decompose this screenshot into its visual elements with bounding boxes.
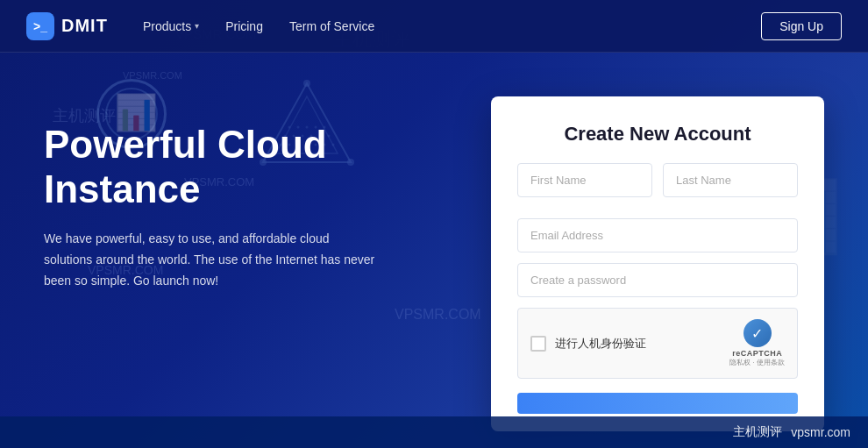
- nav-pricing-label: Pricing: [225, 19, 263, 33]
- nav-item-pricing[interactable]: Pricing: [225, 19, 263, 33]
- hero-section: Powerful Cloud Instance We have powerful…: [44, 105, 491, 292]
- password-input[interactable]: [517, 263, 798, 297]
- email-input[interactable]: [517, 218, 798, 252]
- signup-button[interactable]: Sign Up: [761, 12, 842, 40]
- nav-tos-label: Term of Service: [289, 19, 374, 33]
- captcha-right: ✓ reCAPTCHA 隐私权 · 使用条款: [729, 319, 785, 367]
- bottom-watermark: 主机测评 vpsmr.com: [0, 416, 868, 448]
- captcha-box[interactable]: 进行人机身份验证 ✓ reCAPTCHA 隐私权 · 使用条款: [517, 308, 798, 379]
- captcha-brand-label: reCAPTCHA: [729, 349, 785, 358]
- email-group: [517, 218, 798, 252]
- navbar-brand[interactable]: >_ DMIT: [26, 12, 108, 40]
- first-name-input[interactable]: [517, 163, 652, 197]
- brand-name: DMIT: [61, 16, 108, 36]
- hero-title: Powerful Cloud Instance: [44, 123, 491, 211]
- registration-card: Create New Account 进行人机身份验证 ✓: [491, 96, 824, 431]
- chevron-down-icon: ▾: [195, 21, 199, 31]
- hero-title-line1: Powerful Cloud: [44, 123, 327, 166]
- brand-icon: >_: [26, 12, 54, 40]
- brand-icon-text: >_: [33, 19, 47, 33]
- nav-links: Products ▾ Pricing Term of Service: [143, 19, 761, 33]
- navbar: >_ DMIT Products ▾ Pricing Term of Servi…: [0, 0, 868, 53]
- navbar-right: Sign Up: [761, 12, 842, 40]
- first-name-group: [517, 163, 652, 197]
- captcha-links: 隐私权 · 使用条款: [729, 358, 785, 367]
- recaptcha-logo: ✓: [743, 319, 772, 347]
- captcha-checkbox[interactable]: [530, 336, 546, 352]
- form-title: Create New Account: [517, 123, 798, 146]
- bottom-wm-text1: 主机测评: [733, 424, 782, 440]
- nav-item-tos[interactable]: Term of Service: [289, 19, 374, 33]
- last-name-group: [663, 163, 798, 197]
- hero-description: We have powerful, easy to use, and affor…: [44, 229, 377, 291]
- bottom-wm-text2: vpsmr.com: [791, 425, 850, 439]
- captcha-label: 进行人机身份验证: [555, 336, 646, 352]
- captcha-left: 进行人机身份验证: [530, 336, 646, 352]
- last-name-input[interactable]: [663, 163, 798, 197]
- name-row: [517, 163, 798, 208]
- nav-products-label: Products: [143, 19, 191, 33]
- hero-title-line2: Instance: [44, 167, 201, 210]
- main-content: Powerful Cloud Instance We have powerful…: [0, 53, 868, 448]
- submit-button[interactable]: [517, 393, 798, 414]
- recaptcha-check-icon: ✓: [751, 325, 763, 342]
- password-group: [517, 263, 798, 297]
- nav-item-products[interactable]: Products ▾: [143, 19, 199, 33]
